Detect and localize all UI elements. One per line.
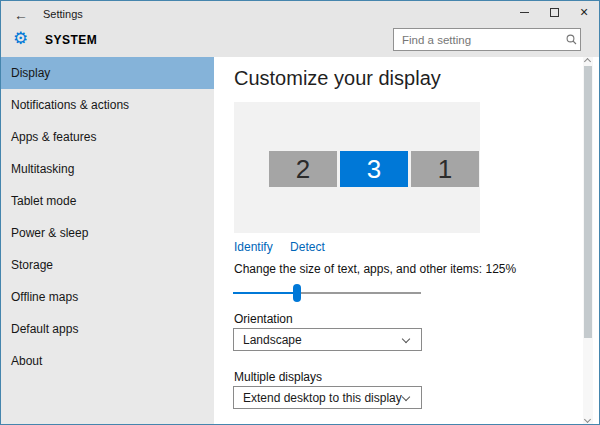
- sidebar-item-apps-features[interactable]: Apps & features: [1, 121, 214, 153]
- monitor-1[interactable]: 1: [411, 151, 479, 187]
- window-chrome: ← Settings × ⚙ SYSTEM: [1, 1, 599, 57]
- multiple-displays-value: Extend desktop to this display: [243, 391, 402, 405]
- monitor-row: 2 3 1: [269, 151, 479, 187]
- orientation-dropdown[interactable]: Landscape: [233, 328, 422, 351]
- scroll-down-icon[interactable]: [584, 416, 591, 423]
- scaling-slider[interactable]: [233, 284, 421, 302]
- close-icon: ×: [580, 4, 588, 20]
- close-button[interactable]: ×: [569, 1, 599, 23]
- sidebar-item-default-apps[interactable]: Default apps: [1, 313, 214, 345]
- orientation-value: Landscape: [243, 333, 302, 347]
- maximize-icon: [550, 8, 559, 17]
- sidebar-item-multitasking[interactable]: Multitasking: [1, 153, 214, 185]
- chevron-down-icon: [402, 393, 410, 401]
- search-input[interactable]: [394, 34, 562, 46]
- identify-link[interactable]: Identify: [234, 240, 273, 254]
- back-arrow-icon: ←: [14, 7, 28, 23]
- search-box[interactable]: [393, 28, 581, 51]
- monitor-2[interactable]: 2: [269, 151, 337, 187]
- page-title: SYSTEM: [45, 33, 97, 47]
- sidebar-item-power-sleep[interactable]: Power & sleep: [1, 217, 214, 249]
- chevron-down-icon: [402, 335, 410, 343]
- monitor-links: Identify Detect: [234, 240, 339, 254]
- sidebar-item-notifications[interactable]: Notifications & actions: [1, 89, 214, 121]
- sidebar-item-storage[interactable]: Storage: [1, 249, 214, 281]
- gear-icon: ⚙: [13, 30, 28, 47]
- maximize-button[interactable]: [539, 1, 569, 23]
- orientation-label: Orientation: [234, 312, 293, 326]
- settings-window: ← Settings × ⚙ SYSTEM Display Notificati…: [0, 0, 600, 425]
- back-button[interactable]: ←: [9, 5, 33, 25]
- slider-thumb[interactable]: [293, 284, 301, 302]
- content-heading: Customize your display: [234, 67, 441, 90]
- sidebar: Display Notifications & actions Apps & f…: [1, 57, 214, 425]
- sidebar-item-offline-maps[interactable]: Offline maps: [1, 281, 214, 313]
- scrollbar-thumb[interactable]: [584, 66, 592, 338]
- minimize-button[interactable]: [509, 1, 539, 23]
- sidebar-item-display[interactable]: Display: [1, 57, 214, 89]
- scroll-up-icon[interactable]: [584, 58, 591, 65]
- minimize-icon: [520, 12, 529, 13]
- scrollbar[interactable]: [583, 57, 593, 425]
- window-title: Settings: [43, 8, 83, 20]
- monitor-3[interactable]: 3: [340, 151, 408, 187]
- display-arrangement-panel: 2 3 1: [234, 102, 480, 233]
- search-icon[interactable]: [562, 29, 580, 50]
- detect-link[interactable]: Detect: [290, 240, 325, 254]
- sidebar-item-tablet-mode[interactable]: Tablet mode: [1, 185, 214, 217]
- scaling-label: Change the size of text, apps, and other…: [234, 262, 516, 276]
- slider-fill: [233, 292, 297, 294]
- multiple-displays-label: Multiple displays: [234, 370, 322, 384]
- multiple-displays-dropdown[interactable]: Extend desktop to this display: [233, 386, 422, 409]
- sidebar-item-about[interactable]: About: [1, 345, 214, 377]
